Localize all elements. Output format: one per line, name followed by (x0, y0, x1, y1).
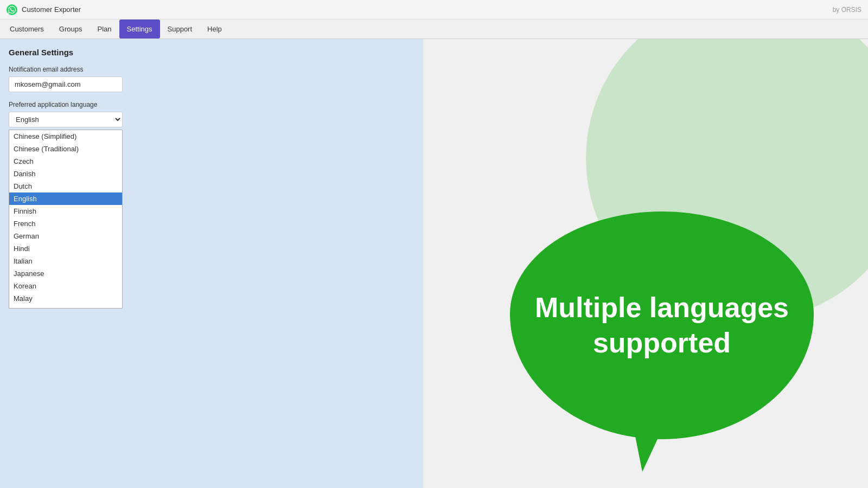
lang-option-korean[interactable]: Korean (9, 280, 122, 292)
lang-option-danish[interactable]: Danish (9, 168, 122, 180)
main-content: General Settings Notification email addr… (0, 39, 868, 488)
lang-option-hindi[interactable]: Hindi (9, 242, 122, 255)
promo-speech-bubble: Multiple languages supported (510, 211, 825, 472)
right-panel: Multiple languages supported (423, 39, 868, 488)
language-select[interactable]: English (9, 112, 123, 127)
lang-option-dutch[interactable]: Dutch (9, 180, 122, 192)
language-dropdown-list[interactable]: Chinese (Simplified)Chinese (Traditional… (9, 130, 123, 309)
lang-option-german[interactable]: German (9, 230, 122, 242)
email-label: Notification email address (9, 66, 414, 73)
nav-settings[interactable]: Settings (119, 20, 160, 38)
nav-help[interactable]: Help (200, 20, 229, 38)
bubble-tail (629, 407, 673, 472)
nav-groups[interactable]: Groups (52, 20, 90, 38)
promo-text: Multiple languages supported (510, 290, 814, 361)
lang-option-italian[interactable]: Italian (9, 255, 122, 267)
settings-panel: General Settings Notification email addr… (0, 39, 423, 488)
lang-option-chinese--simplified-[interactable]: Chinese (Simplified) (9, 130, 122, 143)
nav-bar: Customers Groups Plan Settings Support H… (0, 20, 868, 39)
language-label: Preferred application language (9, 101, 414, 108)
lang-option-norwegian[interactable]: Norwegian (9, 305, 122, 309)
lang-option-malay[interactable]: Malay (9, 292, 122, 305)
lang-option-chinese--traditional-[interactable]: Chinese (Traditional) (9, 143, 122, 155)
by-label: by ORSIS (833, 6, 861, 14)
app-title: Customer Exporter (22, 5, 81, 14)
nav-support[interactable]: Support (160, 20, 200, 38)
lang-option-finnish[interactable]: Finnish (9, 205, 122, 217)
title-bar-left: Customer Exporter (7, 4, 81, 15)
nav-plan[interactable]: Plan (90, 20, 119, 38)
lang-option-czech[interactable]: Czech (9, 155, 122, 168)
app-icon (7, 4, 17, 15)
lang-option-english[interactable]: English (9, 192, 122, 205)
nav-customers[interactable]: Customers (2, 20, 52, 38)
bubble-main: Multiple languages supported (510, 211, 814, 439)
lang-option-japanese[interactable]: Japanese (9, 267, 122, 280)
title-bar: Customer Exporter by ORSIS (0, 0, 868, 20)
email-input[interactable] (9, 76, 123, 92)
lang-option-french[interactable]: French (9, 217, 122, 230)
settings-title: General Settings (9, 48, 414, 57)
